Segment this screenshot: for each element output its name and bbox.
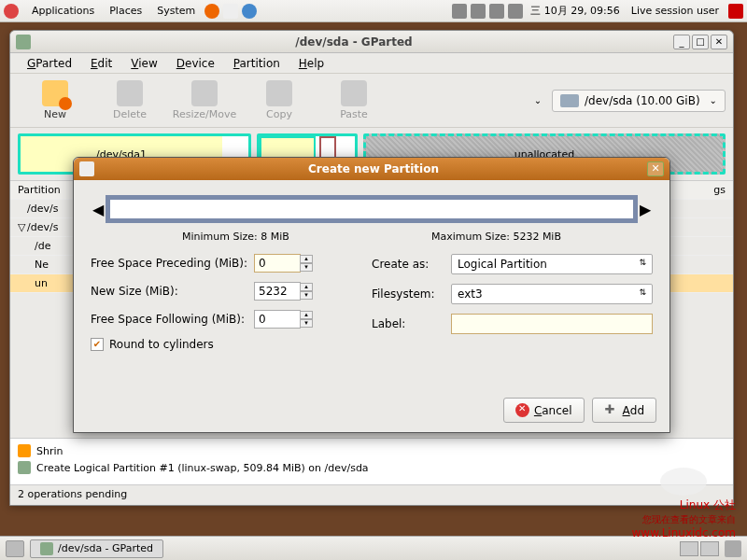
toolbar-dropdown[interactable]: ⌄ bbox=[529, 95, 546, 105]
paste-icon bbox=[341, 80, 367, 106]
chevron-down-icon: ⌄ bbox=[710, 95, 717, 105]
hdd-icon bbox=[560, 94, 579, 107]
dialog-form: Free Space Preceding (MiB): ▴▾ New Size … bbox=[74, 254, 669, 360]
dialog-titlebar[interactable]: Create new Partition ✕ bbox=[74, 158, 669, 180]
workspace-1[interactable] bbox=[680, 541, 698, 556]
resize-button: Resize/Move bbox=[167, 80, 242, 120]
dialog-close-button[interactable]: ✕ bbox=[647, 161, 664, 176]
dialog-title: Create new Partition bbox=[100, 162, 647, 175]
volume-icon[interactable] bbox=[508, 4, 523, 19]
close-button[interactable]: ✕ bbox=[711, 35, 727, 49]
new-icon bbox=[42, 80, 68, 106]
window-icon bbox=[16, 35, 31, 49]
watermark: Linux 公社 您现在查看的文章来自 www.Linuxidc.com bbox=[632, 468, 736, 539]
newsize-input[interactable] bbox=[254, 282, 301, 301]
resize-icon bbox=[191, 80, 218, 106]
newsize-label: New Size (MiB): bbox=[91, 285, 254, 298]
filesystem-label: Filesystem: bbox=[372, 287, 451, 301]
max-size-label: Maximum Size: 5232 MiB bbox=[431, 231, 561, 243]
create-op-icon bbox=[18, 461, 31, 474]
disk-icon[interactable] bbox=[471, 4, 486, 19]
label-input[interactable] bbox=[451, 314, 653, 334]
add-button[interactable]: Add bbox=[592, 398, 656, 423]
filesystem-select[interactable]: ext3⇅ bbox=[451, 284, 653, 304]
preceding-spinner[interactable]: ▴▾ bbox=[300, 255, 313, 272]
newsize-spinner[interactable]: ▴▾ bbox=[300, 283, 313, 300]
preceding-input[interactable] bbox=[254, 254, 301, 273]
window-title: /dev/sda - GParted bbox=[36, 35, 671, 49]
round-checkbox[interactable]: ✔ bbox=[91, 338, 104, 351]
slider-track[interactable] bbox=[106, 195, 638, 223]
size-limits: Minimum Size: 8 MiB Maximum Size: 5232 M… bbox=[111, 231, 632, 243]
paste-button: Paste bbox=[317, 80, 391, 120]
ubuntu-logo-icon[interactable] bbox=[4, 4, 19, 19]
system-menu[interactable]: System bbox=[149, 5, 203, 17]
delete-icon bbox=[117, 80, 143, 106]
following-spinner[interactable]: ▴▾ bbox=[300, 311, 313, 328]
slider-handle-left[interactable]: ◀ bbox=[92, 201, 104, 218]
top-panel: Applications Places System 三 10月 29, 09:… bbox=[0, 0, 747, 22]
operations-pane: Shrin Create Logical Partition #1 (linux… bbox=[10, 438, 733, 484]
menubar: GParted Edit View Device Partition Help bbox=[10, 53, 733, 74]
createas-label: Create as: bbox=[372, 258, 451, 271]
chevron-updown-icon: ⇅ bbox=[639, 287, 646, 301]
menu-partition[interactable]: Partition bbox=[224, 57, 289, 70]
titlebar[interactable]: /dev/sda - GParted _ □ ✕ bbox=[10, 31, 733, 53]
clock[interactable]: 三 10月 29, 09:56 bbox=[525, 4, 626, 18]
power-icon[interactable] bbox=[728, 4, 743, 19]
following-label: Free Space Following (MiB): bbox=[91, 313, 254, 326]
menu-device[interactable]: Device bbox=[167, 57, 224, 70]
mail-icon[interactable] bbox=[223, 4, 238, 19]
minimize-button[interactable]: _ bbox=[673, 35, 690, 49]
applications-menu[interactable]: Applications bbox=[24, 5, 102, 17]
statusbar: 2 operations pending bbox=[10, 484, 733, 505]
operation-row[interactable]: Shrin bbox=[18, 442, 726, 459]
trash-icon[interactable] bbox=[725, 540, 741, 557]
watermark-logo-icon bbox=[660, 468, 707, 496]
maximize-button[interactable]: □ bbox=[692, 35, 709, 49]
chevron-updown-icon: ⇅ bbox=[639, 258, 646, 271]
preceding-label: Free Space Preceding (MiB): bbox=[91, 257, 254, 270]
cancel-button[interactable]: Cancel bbox=[503, 398, 585, 423]
dialog-buttons: Cancel Add bbox=[503, 398, 656, 423]
create-partition-dialog: Create new Partition ✕ ◀ ▶ Minimum Size:… bbox=[73, 157, 670, 433]
places-menu[interactable]: Places bbox=[102, 5, 149, 17]
resize-op-icon bbox=[18, 444, 31, 457]
user-menu[interactable]: Live session user bbox=[626, 5, 725, 17]
slider-handle-right[interactable]: ▶ bbox=[640, 201, 651, 218]
menu-gparted[interactable]: GParted bbox=[18, 57, 81, 70]
firefox-icon[interactable] bbox=[204, 4, 219, 19]
printer-icon[interactable] bbox=[452, 4, 467, 19]
createas-select[interactable]: Logical Partition⇅ bbox=[451, 254, 653, 274]
show-desktop-button[interactable] bbox=[6, 540, 24, 557]
taskbar-item-gparted[interactable]: /dev/sda - GParted bbox=[30, 539, 163, 558]
workspace-2[interactable] bbox=[700, 541, 719, 556]
size-slider: ◀ ▶ bbox=[92, 193, 651, 225]
copy-icon bbox=[266, 80, 292, 106]
copy-button: Copy bbox=[242, 80, 317, 120]
device-label: /dev/sda (10.00 GiB) bbox=[585, 94, 700, 107]
device-selector[interactable]: /dev/sda (10.00 GiB) ⌄ bbox=[552, 90, 726, 112]
menu-edit[interactable]: Edit bbox=[81, 57, 121, 70]
cancel-icon bbox=[515, 403, 529, 417]
network-icon[interactable] bbox=[489, 4, 504, 19]
menu-view[interactable]: View bbox=[121, 57, 166, 70]
min-size-label: Minimum Size: 8 MiB bbox=[182, 231, 289, 243]
label-label: Label: bbox=[372, 317, 451, 330]
help-icon[interactable] bbox=[242, 4, 257, 19]
round-label: Round to cylinders bbox=[109, 338, 214, 351]
gparted-icon bbox=[40, 542, 53, 555]
toolbar: New Delete Resize/Move Copy Paste ⌄ /dev… bbox=[10, 74, 733, 128]
dialog-icon bbox=[79, 161, 94, 176]
delete-button: Delete bbox=[92, 80, 167, 120]
new-button[interactable]: New bbox=[18, 80, 92, 120]
menu-help[interactable]: Help bbox=[289, 57, 333, 70]
following-input[interactable] bbox=[254, 310, 301, 329]
operation-row[interactable]: Create Logical Partition #1 (linux-swap,… bbox=[18, 459, 726, 476]
add-icon bbox=[604, 403, 618, 417]
